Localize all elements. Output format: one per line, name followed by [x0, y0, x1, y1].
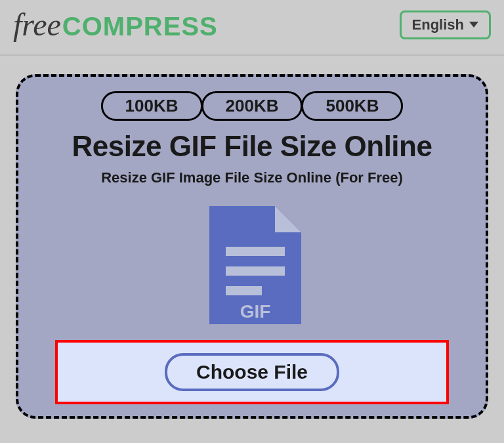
size-pill-100kb[interactable]: 100KB	[101, 91, 203, 121]
svg-text:GIF: GIF	[240, 301, 271, 322]
page-subtitle: Resize GIF Image File Size Online (For F…	[55, 169, 449, 186]
upload-panel: 100KB 200KB 500KB Resize GIF File Size O…	[16, 74, 488, 419]
svg-rect-1	[226, 266, 285, 276]
logo[interactable]: free COMPRESS	[13, 7, 218, 43]
header: free COMPRESS English	[0, 0, 504, 56]
size-pills-row: 100KB 200KB 500KB	[55, 91, 449, 121]
logo-free-text: free	[13, 7, 61, 43]
choose-file-button[interactable]: Choose File	[165, 353, 339, 391]
language-selector[interactable]: English	[400, 11, 491, 39]
size-pill-500kb[interactable]: 500KB	[301, 91, 403, 121]
main: 100KB 200KB 500KB Resize GIF File Size O…	[0, 56, 504, 437]
svg-rect-0	[226, 247, 285, 256]
upload-section: Choose File	[55, 340, 449, 404]
caret-down-icon	[469, 22, 478, 28]
svg-rect-2	[226, 286, 262, 295]
logo-compress-text: COMPRESS	[62, 12, 218, 41]
gif-file-icon: GIF	[203, 206, 301, 324]
language-label: English	[412, 16, 464, 33]
page-title: Resize GIF File Size Online	[55, 130, 449, 163]
size-pill-200kb[interactable]: 200KB	[201, 91, 303, 121]
